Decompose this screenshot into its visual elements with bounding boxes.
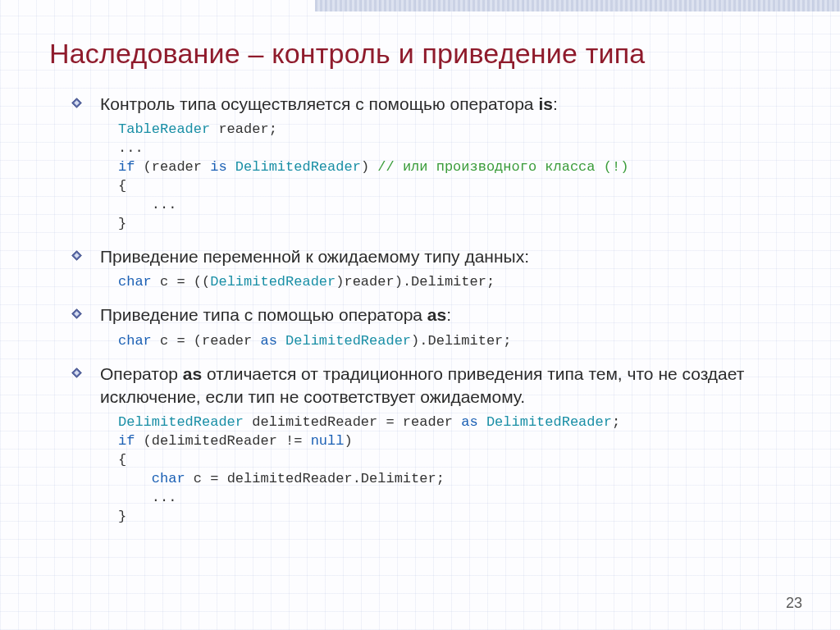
bullet-text: Оператор as отличается от традиционного … xyxy=(85,363,801,409)
diamond-bullet-icon xyxy=(67,363,85,378)
tok-kw: if xyxy=(118,159,135,175)
tok-kw: if xyxy=(118,433,135,449)
tok-kw: is xyxy=(210,159,226,175)
diamond-bullet-icon xyxy=(67,245,85,261)
slide-title: Наследование – контроль и приведение тип… xyxy=(49,38,801,70)
code-block-4: DelimitedReader delimitedReader = reader… xyxy=(67,413,801,527)
tok: reader; xyxy=(210,121,277,137)
operator-as: as xyxy=(427,305,446,324)
tok xyxy=(277,333,285,349)
tok-kw: char xyxy=(118,274,152,290)
text: Приведение типа с помощью оператора xyxy=(100,305,427,324)
code-block-1: TableReader reader; ... if (reader is De… xyxy=(67,121,801,234)
tok-type: DelimitedReader xyxy=(210,274,336,290)
bullet-item: Приведение типа с помощью оператора as: xyxy=(67,304,801,326)
operator-is: is xyxy=(538,94,553,113)
tok-kw: as xyxy=(461,414,477,430)
tok: ... xyxy=(118,490,176,505)
diamond-bullet-icon xyxy=(67,93,85,108)
tok-type: TableReader xyxy=(118,121,210,137)
tok: c = (reader xyxy=(152,333,261,349)
tok-kw: null xyxy=(311,433,345,449)
tok: )reader).Delimiter; xyxy=(336,274,495,290)
tok-type: DelimitedReader xyxy=(285,333,411,349)
text: Оператор xyxy=(100,364,183,383)
tok: ... xyxy=(118,197,176,212)
slide: Наследование – контроль и приведение тип… xyxy=(0,0,840,630)
tok: ... xyxy=(118,140,144,156)
tok: ).Delimiter; xyxy=(411,333,511,349)
tok-comment: // или производного класса (!) xyxy=(377,159,628,175)
tok-type: DelimitedReader xyxy=(118,414,244,430)
text: : xyxy=(446,305,451,324)
bullet-item: Оператор as отличается от традиционного … xyxy=(67,363,801,409)
tok xyxy=(227,159,235,175)
tok: delimitedReader = reader xyxy=(244,414,461,430)
bullet-text: Контроль типа осуществляется с помощью о… xyxy=(85,93,558,116)
tok: ) xyxy=(344,433,352,449)
bullet-text: Приведение типа с помощью оператора as: xyxy=(85,304,451,326)
tok-kw: char xyxy=(152,471,185,486)
tok: { xyxy=(118,178,126,194)
code-block-2: char c = ((DelimitedReader)reader).Delim… xyxy=(67,273,801,292)
diamond-bullet-icon xyxy=(67,304,85,319)
tok: ) xyxy=(361,159,377,175)
operator-as: as xyxy=(183,364,202,383)
tok-kw: as xyxy=(260,333,276,349)
tok: ; xyxy=(612,414,620,430)
bullet-text: Приведение переменной к ожидаемому типу … xyxy=(85,245,529,268)
tok: } xyxy=(118,509,126,524)
code-block-3: char c = (reader as DelimitedReader).Del… xyxy=(67,332,801,351)
slide-content: Контроль типа осуществляется с помощью о… xyxy=(49,93,801,527)
tok: (reader xyxy=(135,159,210,175)
tok-kw: char xyxy=(118,333,152,349)
tok: } xyxy=(118,216,126,231)
tok: c = delimitedReader.Delimiter; xyxy=(185,471,445,486)
tok: c = (( xyxy=(152,274,210,290)
tok: { xyxy=(118,452,126,468)
tok: (delimitedReader != xyxy=(135,433,310,449)
tok-type: DelimitedReader xyxy=(486,414,612,430)
bullet-item: Приведение переменной к ожидаемому типу … xyxy=(67,245,801,268)
tok xyxy=(478,414,486,430)
text: Контроль типа осуществляется с помощью о… xyxy=(100,94,538,113)
page-number: 23 xyxy=(786,595,802,612)
text: : xyxy=(553,94,558,113)
tok-type: DelimitedReader xyxy=(235,159,361,175)
bullet-item: Контроль типа осуществляется с помощью о… xyxy=(67,93,801,116)
